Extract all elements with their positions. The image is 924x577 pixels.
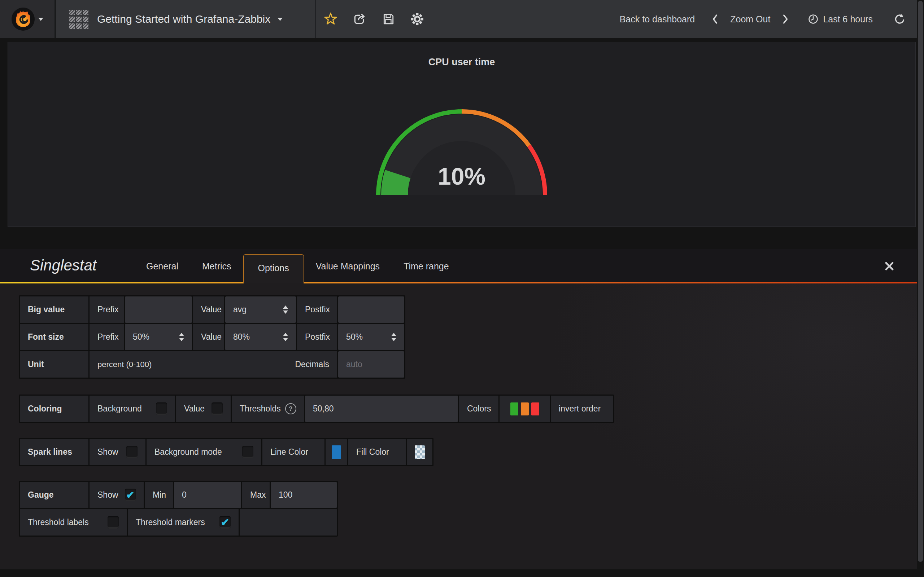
panel-title[interactable]: CPU user time [8,56,915,68]
value-color-label: Value [184,404,205,414]
panel-type-title: Singlestat [30,249,96,282]
close-icon [885,261,894,271]
chevron-right-icon [782,14,788,24]
line-color-label: Line Color [262,439,325,465]
gauge-row-label: Gauge [20,482,89,508]
select-arrows-icon [283,333,288,341]
refresh-button[interactable] [894,13,905,25]
fill-color-swatch[interactable] [415,445,425,459]
spark-lines-row-label: Spark lines [20,439,89,465]
unit-row: Unit percent (0-100) Decimals auto [20,351,404,377]
check-icon: ✔ [126,489,134,501]
check-icon: ✔ [221,516,229,528]
gauge-show-cell: Show ✔ [89,482,144,508]
help-icon[interactable]: ? [285,403,296,414]
back-to-dashboard-button[interactable]: Back to dashboard [620,14,695,24]
share-dashboard-button[interactable] [345,0,374,38]
value-stat-select[interactable]: avg [225,297,296,323]
big-value-row-label: Big value [20,297,89,323]
share-icon [353,12,366,26]
value-font-size-select[interactable]: 80% [225,324,296,350]
prefix-font-size-select[interactable]: 50% [125,324,192,350]
value-font-size-selected: 80% [233,332,250,342]
select-arrows-icon [391,333,396,341]
close-editor-button[interactable] [883,259,896,272]
tab-options[interactable]: Options [243,254,304,284]
coloring-row-label: Coloring [20,396,89,422]
value-options-table: Big value Prefix Value avg Postfix Font … [19,295,405,379]
vertical-scrollbar-track[interactable] [917,0,924,577]
line-color-swatch[interactable] [332,445,341,459]
decimals-input[interactable]: auto [338,351,404,377]
save-dashboard-button[interactable] [374,0,403,38]
fill-color-label: Fill Color [348,439,406,465]
threshold-labels-checkbox[interactable]: ✔ [108,516,119,529]
background-checkbox[interactable]: ✔ [156,403,167,415]
gauge-value-label: 10% [368,161,556,191]
invert-order-link[interactable]: invert order [551,396,613,422]
tab-time-range[interactable]: Time range [392,249,461,284]
time-shift-forward-button[interactable] [775,0,795,38]
gauge-chart: 10% [368,76,556,213]
big-value-postfix-input[interactable] [338,297,404,323]
sparkline-show-checkbox[interactable]: ✔ [126,446,137,458]
coloring-table: Coloring Background ✔ Value ✔ Thresholds… [19,395,614,423]
star-icon [324,12,338,26]
threshold-colors-cell [499,396,550,422]
gauge-row: Gauge Show ✔ Min 0 Max 100 [20,482,337,508]
select-arrows-icon [179,333,184,341]
tab-metrics[interactable]: Metrics [190,249,243,284]
dashboard-title: Getting Started with Grafana-Zabbix [97,13,270,25]
save-icon [382,13,395,26]
prefix-label: Prefix [89,297,124,323]
color-swatch-orange[interactable] [521,403,529,416]
chevron-left-icon [712,14,718,24]
tab-general[interactable]: General [134,249,190,284]
zoom-out-button[interactable]: Zoom Out [730,14,770,24]
time-picker-button[interactable]: Last 6 hours [808,14,873,24]
postfix-font-size-selected: 50% [346,332,363,342]
options-tab-content: Big value Prefix Value avg Postfix Font … [0,284,924,569]
color-swatch-green[interactable] [510,403,518,416]
threshold-markers-checkbox[interactable]: ✔ [220,516,231,529]
grafana-logo-icon [11,8,35,31]
min-label: Min [145,482,173,508]
tab-value-mappings[interactable]: Value Mappings [304,249,392,284]
coloring-row: Coloring Background ✔ Value ✔ Thresholds… [20,396,613,422]
postfix-font-size-select[interactable]: 50% [338,324,404,350]
settings-button[interactable] [403,0,432,38]
value-color-checkbox[interactable]: ✔ [212,403,223,415]
spark-lines-table: Spark lines Show ✔ Background mode ✔ Lin… [19,438,433,466]
min-input[interactable]: 0 [174,482,241,508]
navbar-right-controls: Back to dashboard Zoom Out Last 6 hours [620,0,924,38]
thresholds-label-cell: Thresholds ? [232,396,304,422]
colors-label: Colors [459,396,498,422]
gauge-show-checkbox[interactable]: ✔ [125,488,136,501]
gear-icon [410,12,424,26]
background-mode-checkbox[interactable]: ✔ [242,446,254,458]
max-input[interactable]: 100 [271,482,337,508]
color-swatch-red[interactable] [531,403,539,416]
unit-select[interactable]: percent (0-100) [97,360,152,369]
top-navbar: Getting Started with Grafana-Zabbix [0,0,924,38]
thresholds-input[interactable]: 50,80 [305,396,458,422]
value-color-toggle-cell: Value ✔ [176,396,231,422]
time-shift-back-button[interactable] [705,0,725,38]
gauge-empty-cell [240,509,337,535]
spark-lines-row: Spark lines Show ✔ Background mode ✔ Lin… [20,439,432,465]
thresholds-label: Thresholds [240,404,281,414]
grafana-app: Getting Started with Grafana-Zabbix [0,0,924,577]
dashboard-title-dropdown[interactable]: Getting Started with Grafana-Zabbix [56,0,315,38]
background-toggle-cell: Background ✔ [89,396,175,422]
max-label: Max [242,482,270,508]
threshold-markers-cell: Threshold markers ✔ [128,509,239,535]
star-dashboard-button[interactable] [316,0,345,38]
dashboard-grid-icon [69,10,89,29]
threshold-labels-label: Threshold labels [28,517,89,527]
value-stat-selected: avg [233,305,247,314]
prefix-font-size-selected: 50% [133,332,149,342]
big-value-row: Big value Prefix Value avg Postfix [20,297,404,323]
vertical-scrollbar-thumb[interactable] [918,1,923,562]
big-value-prefix-input[interactable] [125,297,192,323]
grafana-menu-button[interactable] [0,0,56,38]
